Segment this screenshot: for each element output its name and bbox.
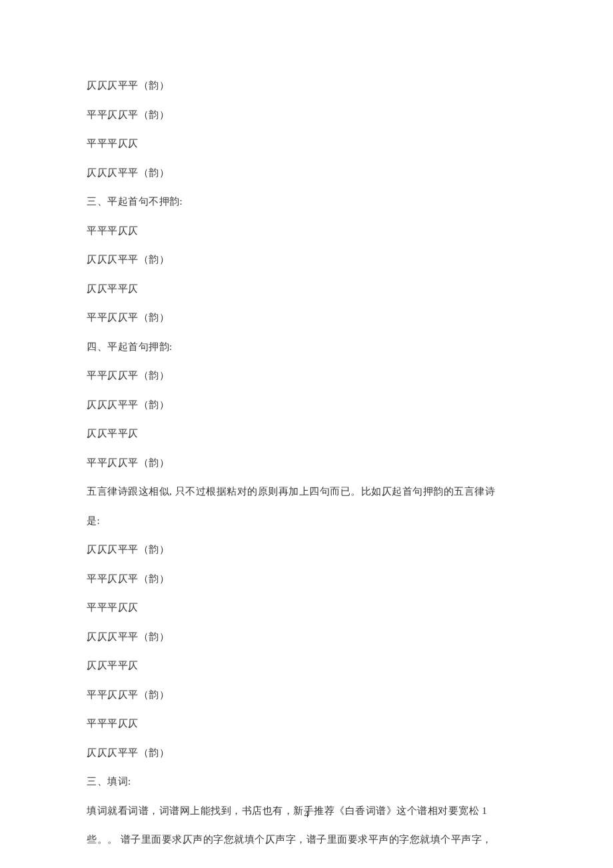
text-line: 平平仄仄平（韵） [87,311,526,325]
text-line: 仄仄仄平平（韵） [87,166,526,180]
document-page: 仄仄仄平平（韵） 平平仄仄平（韵） 平平平仄仄 仄仄仄平平（韵） 三、平起首句不… [0,0,613,847]
text-line: 些。。 谱子里面要求仄声的字您就填个仄声字，谱子里面要求平声的字您就填个平声字， [87,833,526,847]
text-line: 是: [87,514,526,528]
text-line: 平平仄仄平（韵） [87,572,526,586]
text-line: 仄仄仄平平（韵） [87,630,526,644]
text-line: 仄仄平平仄 [87,659,526,673]
text-line: 平平平仄仄 [87,137,526,151]
text-line: 平平平仄仄 [87,717,526,731]
text-line: 三、平起首句不押韵: [87,195,526,209]
page-number: 4 [0,809,613,820]
text-line: 仄仄平平仄 [87,427,526,441]
text-line: 仄仄仄平平（韵） [87,398,526,412]
text-line: 仄仄平平仄 [87,282,526,296]
text-line: 平平仄仄平（韵） [87,688,526,702]
text-line: 平平仄仄平（韵） [87,108,526,122]
text-line: 平平平仄仄 [87,601,526,615]
text-line: 四、平起首句押韵: [87,340,526,354]
text-line: 平平仄仄平（韵） [87,456,526,470]
text-line: 仄仄仄平平（韵） [87,543,526,557]
text-line: 仄仄仄平平（韵） [87,746,526,760]
text-line: 仄仄仄平平（韵） [87,79,526,93]
text-line: 平平仄仄平（韵） [87,369,526,383]
text-line: 五言律诗跟这相似, 只不过根据粘对的原则再加上四句而已。比如仄起首句押韵的五言律… [87,485,526,499]
text-line: 仄仄仄平平（韵） [87,253,526,267]
text-line: 平平平仄仄 [87,224,526,238]
text-line: 三、填词: [87,775,526,789]
